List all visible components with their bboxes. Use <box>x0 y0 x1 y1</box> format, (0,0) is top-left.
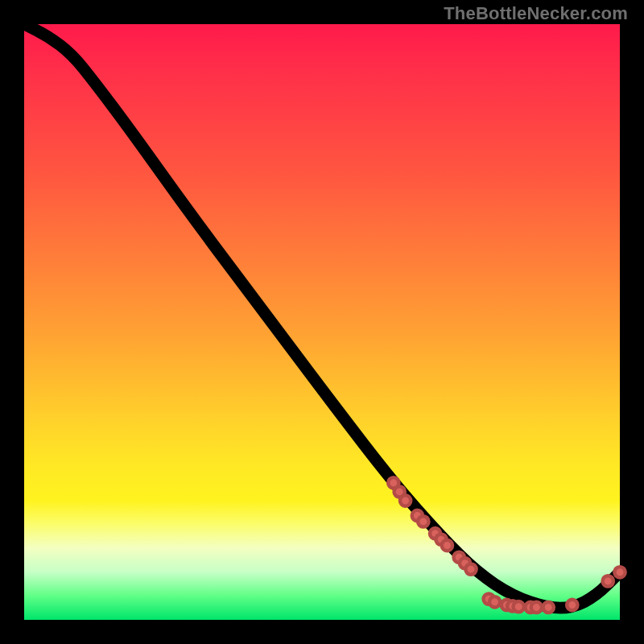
data-point <box>465 564 476 574</box>
data-point <box>614 567 625 577</box>
data-point <box>400 495 411 506</box>
data-point <box>442 540 452 551</box>
data-point <box>603 576 613 586</box>
data-point <box>531 602 542 613</box>
data-point <box>543 602 554 613</box>
data-point <box>489 597 500 607</box>
data-point <box>514 601 524 612</box>
chart-stage: TheBottleNecker.com <box>0 0 644 644</box>
plot-area <box>24 24 620 620</box>
curve-layer <box>24 24 620 620</box>
bottleneck-curve <box>24 24 620 608</box>
watermark-text: TheBottleNecker.com <box>444 3 628 24</box>
data-point <box>418 516 428 526</box>
data-point <box>567 600 577 610</box>
